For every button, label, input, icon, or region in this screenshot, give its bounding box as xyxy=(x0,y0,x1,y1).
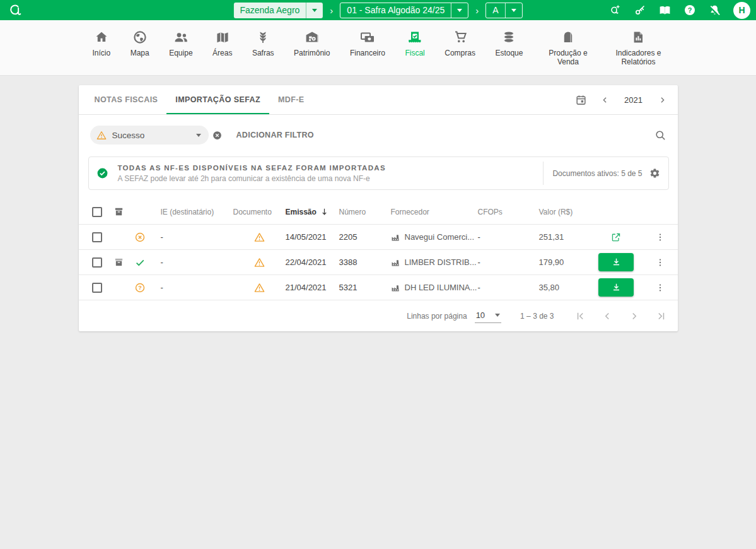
remove-filter-button[interactable] xyxy=(212,130,223,141)
header-fornecedor[interactable]: Fornecedor xyxy=(391,208,478,216)
invite-aegro-plus-icon[interactable] xyxy=(608,3,622,17)
tabs-bar: NOTAS FISCAIS IMPORTAÇÃO SEFAZ MDF-E 202… xyxy=(79,85,678,115)
globe-icon xyxy=(132,28,148,45)
header-documento[interactable]: Documento xyxy=(233,208,286,216)
year-navigator: 2021 xyxy=(575,94,667,106)
nav-item-patrimonio[interactable]: Patrimônio xyxy=(294,28,330,67)
cell-emissao: 21/04/2021 xyxy=(286,283,339,292)
table-row: ? - 21/04/2021 5321 DH LED ILUMINA... - … xyxy=(79,275,678,300)
rows-per-page-select[interactable]: 10 xyxy=(475,309,501,323)
archived-icon xyxy=(113,257,134,268)
coins-stack-icon xyxy=(501,28,516,45)
main-nav: Início Mapa Equipe Áreas Safras Patrimôn… xyxy=(0,20,756,76)
svg-text:?: ? xyxy=(688,6,692,14)
download-nfe-button[interactable] xyxy=(598,278,634,297)
nav-item-financeiro[interactable]: Financeiro xyxy=(350,28,385,67)
silo-icon xyxy=(561,28,576,45)
tab-notas-fiscais[interactable]: NOTAS FISCAIS xyxy=(86,85,167,114)
nav-item-safras[interactable]: Safras xyxy=(252,28,274,67)
table-row: - 22/04/2021 3388 LIMBER DISTRIB... - 17… xyxy=(79,250,678,275)
success-check-icon xyxy=(96,167,108,179)
cell-fornecedor: DH LED ILUMINA... xyxy=(405,283,477,292)
row-checkbox[interactable] xyxy=(92,232,102,242)
notifications-off-icon[interactable] xyxy=(708,4,721,17)
filter-chip-status[interactable]: Sucesso xyxy=(90,126,209,145)
banner-title: TODAS AS NF-ES DISPONÍVEIS NA SEFAZ FORA… xyxy=(118,164,386,172)
header-numero[interactable]: Número xyxy=(339,208,391,216)
nav-item-areas[interactable]: Áreas xyxy=(212,28,232,67)
cell-fornecedor: Navegui Comerci... xyxy=(405,232,475,242)
header-emissao-sort[interactable]: Emissão xyxy=(286,207,339,216)
select-all-checkbox[interactable] xyxy=(92,207,102,217)
nav-item-mapa[interactable]: Mapa xyxy=(131,28,149,67)
active-docs-label: Documentos ativos: 5 de 5 xyxy=(552,169,642,178)
pager-prev-button[interactable] xyxy=(602,310,613,322)
status-success-icon xyxy=(134,257,161,268)
download-icon xyxy=(611,257,622,268)
pager-first-button[interactable] xyxy=(574,310,586,322)
rows-per-page-label: Linhas por página xyxy=(407,312,467,321)
banner-subtitle: A SEFAZ pode levar até 2h para comunicar… xyxy=(118,174,386,183)
topbar-actions: ? H xyxy=(608,2,750,19)
prev-year-button[interactable] xyxy=(600,95,610,105)
nav-item-fiscal[interactable]: Fiscal xyxy=(405,28,424,67)
cell-emissao: 22/04/2021 xyxy=(286,257,339,267)
add-filter-button[interactable]: ADICIONAR FILTRO xyxy=(236,131,314,139)
breadcrumb-separator: › xyxy=(475,5,479,16)
season-selector[interactable]: 01 - Safra Algodão 24/25 xyxy=(340,3,468,18)
filter-bar: Sucesso ADICIONAR FILTRO xyxy=(79,115,678,156)
pagination-range: 1 – 3 de 3 xyxy=(520,312,554,321)
help-icon[interactable]: ? xyxy=(683,4,696,16)
tab-mdf-e[interactable]: MDF-E xyxy=(269,85,313,114)
header-ie[interactable]: IE (destinatário) xyxy=(161,208,233,216)
nav-item-producao-venda[interactable]: Produção e Venda xyxy=(543,28,593,67)
farm-selector[interactable]: Fazenda Aegro xyxy=(233,3,323,18)
avatar[interactable]: H xyxy=(733,2,750,19)
plot-selector[interactable]: A xyxy=(486,3,522,18)
pager-next-button[interactable] xyxy=(629,310,640,322)
table-header-row: IE (destinatário) Documento Emissão Núme… xyxy=(79,199,678,225)
row-checkbox[interactable] xyxy=(92,257,102,268)
tab-importacao-sefaz[interactable]: IMPORTAÇÃO SEFAZ xyxy=(166,85,269,114)
calendar-icon[interactable] xyxy=(575,94,587,106)
page-body: NOTAS FISCAIS IMPORTAÇÃO SEFAZ MDF-E 202… xyxy=(0,76,756,331)
header-valor[interactable]: Valor (R$) xyxy=(539,208,590,216)
cell-valor: 179,90 xyxy=(539,257,590,267)
manual-book-icon[interactable] xyxy=(658,4,672,17)
open-nfe-button[interactable] xyxy=(590,232,643,243)
filter-chip-label: Sucesso xyxy=(112,131,190,140)
document-warning-icon[interactable] xyxy=(233,257,286,268)
download-nfe-button[interactable] xyxy=(598,253,634,271)
header-cfops[interactable]: CFOPs xyxy=(478,208,539,216)
pagination-bar: Linhas por página 10 1 – 3 de 3 xyxy=(79,300,678,331)
key-icon[interactable] xyxy=(634,4,646,16)
people-icon xyxy=(173,28,189,45)
document-warning-icon[interactable] xyxy=(233,283,286,293)
breadcrumb: Fazenda Aegro › 01 - Safra Algodão 24/25… xyxy=(233,0,522,20)
nav-item-equipe[interactable]: Equipe xyxy=(169,28,192,67)
document-warning-icon[interactable] xyxy=(233,232,286,242)
nav-item-indicadores[interactable]: Indicadores e Relatórios xyxy=(613,28,663,67)
nav-item-inicio[interactable]: Início xyxy=(93,28,111,67)
farm-selector-label: Fazenda Aegro xyxy=(233,3,306,18)
aegro-logo-icon[interactable] xyxy=(7,3,23,18)
pager-last-button[interactable] xyxy=(656,310,667,322)
topbar: Fazenda Aegro › 01 - Safra Algodão 24/25… xyxy=(0,0,756,20)
factory-icon xyxy=(391,258,400,267)
sort-desc-icon xyxy=(320,207,329,216)
nav-item-estoque[interactable]: Estoque xyxy=(495,28,523,67)
import-status-banner: TODAS AS NF-ES DISPONÍVEIS NA SEFAZ FORA… xyxy=(88,156,669,190)
factory-icon xyxy=(391,233,400,242)
search-icon[interactable] xyxy=(654,129,666,141)
table-row: - 14/05/2021 2205 Navegui Comerci... - 2… xyxy=(79,225,678,250)
row-menu-button[interactable] xyxy=(643,257,678,268)
row-menu-button[interactable] xyxy=(643,232,678,242)
nav-item-compras[interactable]: Compras xyxy=(445,28,475,67)
cell-numero: 2205 xyxy=(339,232,391,242)
row-menu-button[interactable] xyxy=(643,283,678,293)
row-checkbox[interactable] xyxy=(92,283,102,293)
year-label: 2021 xyxy=(623,95,644,105)
banknote-icon xyxy=(359,28,376,45)
settings-gear-icon[interactable] xyxy=(649,168,660,179)
next-year-button[interactable] xyxy=(658,95,667,105)
